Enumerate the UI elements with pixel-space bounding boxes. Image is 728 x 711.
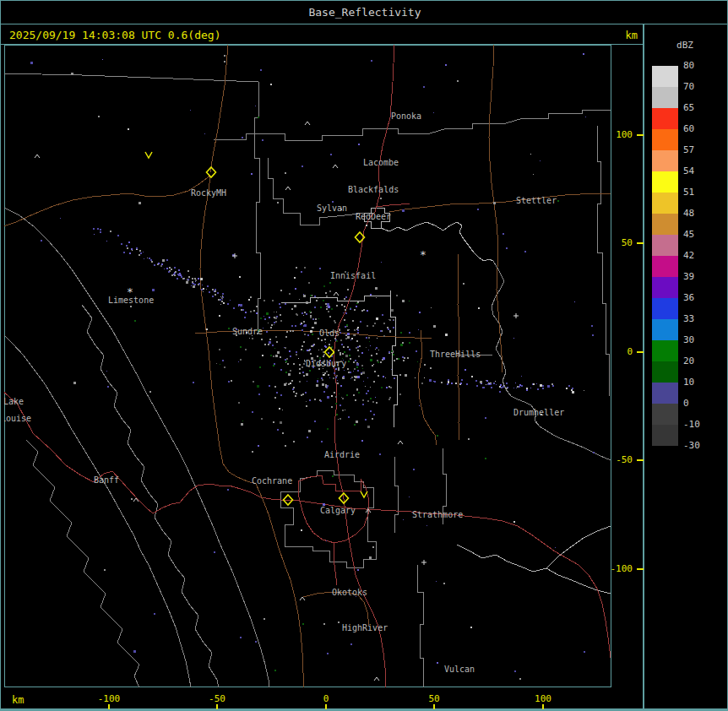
bottom-axis-tick — [325, 704, 327, 709]
bottom-axis-tick-label: -50 — [198, 693, 236, 704]
colorbar-swatch — [652, 150, 678, 171]
window-title: Base_Reflectivity — [1, 1, 728, 24]
right-axis-tick — [637, 459, 644, 461]
bottom-axis-tick — [542, 704, 544, 709]
highway-line — [376, 204, 410, 207]
city-label: Sylvan — [317, 204, 347, 213]
colorbar-swatch — [652, 171, 678, 193]
road-line — [303, 592, 369, 626]
caret-marker-icon — [398, 441, 403, 444]
right-axis-tick — [637, 568, 644, 570]
city-label: HighRiver — [342, 623, 388, 632]
bottom-axis-tick — [216, 704, 218, 709]
colorbar-tick-label: 39 — [683, 271, 694, 283]
city-label: Banff — [94, 475, 119, 485]
colorbar-tick-label: 70 — [683, 81, 694, 93]
boundary-line — [26, 440, 139, 687]
city-label: Calgary — [320, 506, 356, 515]
city-label: Okotoks — [332, 588, 367, 597]
boundary-line — [4, 332, 191, 687]
colorbar-tick-label: 48 — [683, 208, 694, 220]
colorbar-swatch — [652, 404, 678, 425]
city-label: Cochrane — [252, 476, 292, 486]
city-label: Didsbury — [306, 359, 346, 368]
boundary-line — [457, 545, 611, 594]
colorbar-swatch — [652, 298, 678, 319]
colorbar-tick-label: 36 — [683, 292, 694, 304]
road-line — [4, 176, 210, 227]
right-axis-tick — [637, 242, 644, 244]
colorbar-tick-label: 65 — [683, 102, 694, 114]
colorbar-swatch — [652, 87, 678, 108]
right-axis-unit-label: km — [611, 30, 638, 41]
boundary-line — [381, 222, 493, 261]
boundary-line — [4, 73, 258, 82]
right-axis-tick-label: -50 — [594, 454, 633, 466]
city-label: Stettler — [516, 196, 557, 205]
radar-map-canvas[interactable]: PonokaLacombeBlackfaldsSylvanRedDeerStet… — [4, 45, 611, 687]
colorbar-tick-label: 30 — [683, 334, 694, 346]
colorbar-tick-label: 33 — [683, 313, 694, 325]
colorbar-tick-label: 60 — [683, 123, 694, 135]
site-vee-icon — [361, 491, 367, 497]
right-axis-tick-label: 50 — [594, 237, 633, 249]
road-line — [418, 330, 437, 445]
colorbar-swatch — [652, 214, 678, 235]
city-label: ThreeHills — [430, 350, 481, 359]
boundary-line — [546, 526, 611, 568]
caret-marker-icon — [333, 165, 338, 168]
city-label: Drumheller — [513, 408, 564, 417]
caret-marker-icon — [35, 155, 40, 158]
caret-marker-icon — [334, 292, 339, 296]
city-label: RockyMH — [191, 188, 226, 198]
road-line — [210, 45, 228, 172]
cross-marker-icon — [232, 253, 237, 258]
highway-line — [352, 508, 611, 658]
colorbar-tick-label: 20 — [683, 356, 694, 367]
boundary-line — [280, 470, 376, 567]
city-label: Airdrie — [324, 450, 360, 459]
colorbar-tick-label: 45 — [683, 229, 694, 241]
city-label: Olds — [319, 328, 340, 338]
city-label: Strathmore — [412, 510, 463, 519]
scan-timestamp: 2025/09/19 14:03:08 UTC 0.6(deg) — [9, 29, 220, 41]
boundary-line — [82, 305, 219, 687]
star-marker-icon: * — [420, 248, 426, 261]
bottom-axis-unit-label: km — [12, 694, 24, 706]
colorbar-unit-label: dBZ — [668, 40, 702, 51]
colorbar-swatch — [652, 425, 678, 446]
colorbar-tick-label: -10 — [683, 419, 700, 431]
bottom-axis-tick-label: 100 — [524, 693, 562, 704]
bottom-axis-tick — [108, 704, 110, 709]
bottom-axis-tick-label: 0 — [307, 693, 345, 704]
colorbar-tick-label: 51 — [683, 187, 694, 198]
right-axis-tick-label: -100 — [594, 563, 633, 575]
site-vee-icon — [145, 152, 152, 158]
road-line — [458, 254, 459, 440]
city-label: Innisfail — [330, 271, 376, 280]
city-label: Vulcan — [444, 665, 475, 674]
caret-marker-icon — [305, 122, 310, 125]
colorbar-swatch — [652, 319, 678, 340]
highway-line — [334, 543, 337, 585]
colorbar-tick-label: 10 — [683, 377, 694, 388]
panel-divider — [643, 24, 644, 710]
colorbar-swatch — [652, 193, 678, 214]
radar-app-window: Base_Reflectivity 2025/09/19 14:03:08 UT… — [0, 0, 728, 711]
caret-marker-icon — [374, 677, 379, 681]
city-label: Lacombe — [363, 158, 399, 167]
right-axis-tick — [637, 351, 644, 353]
colorbar-swatch — [652, 383, 678, 404]
boundary-line — [394, 457, 398, 533]
city-label: RedDeer — [356, 212, 391, 221]
colorbar-swatch — [652, 277, 678, 298]
boundary-line — [254, 82, 260, 332]
right-axis-tick — [637, 134, 644, 136]
colorbar-tick-label: 57 — [683, 144, 694, 156]
city-label: Louise — [4, 414, 31, 423]
colorbar-tick-label: 80 — [683, 60, 694, 72]
colorbar-tick-label: 54 — [683, 166, 694, 177]
colorbar-tick-label: 0 — [683, 398, 689, 410]
caret-marker-icon — [285, 187, 291, 190]
road-line — [389, 193, 611, 212]
